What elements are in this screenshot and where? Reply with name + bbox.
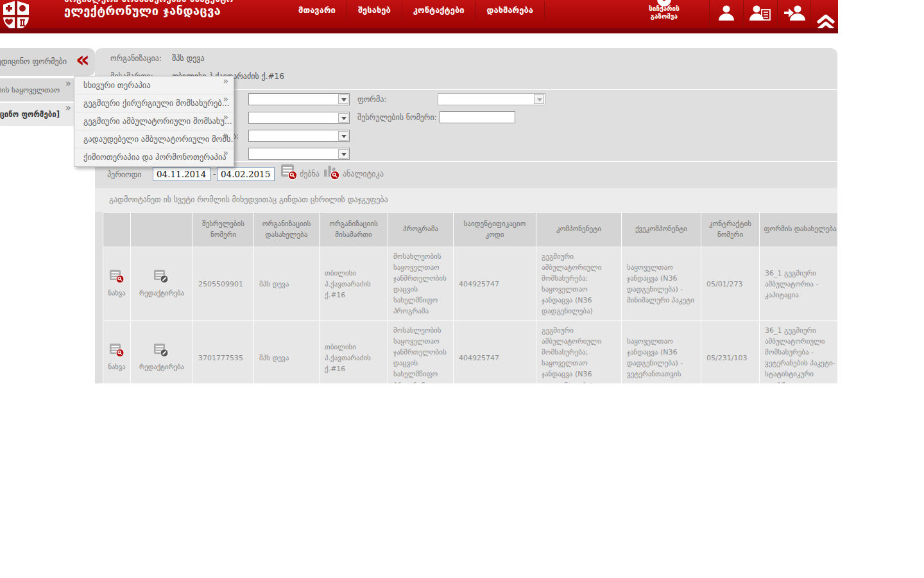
flyout-item-planned-ambulatory[interactable]: გეგმიური ამბულატორიული მომსახუ... » bbox=[74, 112, 234, 130]
cell-form: 36_1 გეგმიური ამბულატორია - კაპიტაცია bbox=[760, 247, 838, 321]
cell-contract: 05/01/273 bbox=[701, 247, 760, 321]
sidebar-header-label: სამედიცინო ფორმები bbox=[0, 57, 67, 66]
chevron-right-icon: » bbox=[223, 130, 228, 144]
cell-address: თბილისი პ.ქავთარაძის ქ.#16 bbox=[320, 247, 388, 321]
flyout-item-label: ქიმიოთერაპია და ჰორმონოთერაპია bbox=[83, 152, 227, 162]
chevron-right-icon: » bbox=[223, 76, 228, 90]
dropdown-arrow-icon[interactable] bbox=[338, 113, 348, 123]
col-program[interactable]: პროგრამა bbox=[388, 213, 454, 247]
cell-code: 404925747 bbox=[454, 321, 536, 383]
flyout-item-chemotherapy[interactable]: ქიმიოთერაპია და ჰორმონოთერაპია » bbox=[74, 148, 234, 166]
dropdown-arrow-icon[interactable] bbox=[338, 149, 348, 159]
chevron-right-icon: » bbox=[223, 148, 228, 162]
cell-component: გეგმიური ამბულატორიული მომსახურება; საყო… bbox=[536, 321, 622, 383]
doc-search-icon bbox=[109, 351, 125, 360]
table-row: ნახვა bbox=[103, 321, 838, 383]
app-title-line2: ელექტრონული ჯანდაცვა bbox=[64, 4, 234, 17]
col-org-address[interactable]: ორგანიზაციის მისამართი bbox=[320, 213, 388, 247]
speed-test-label-2: გაზომვა bbox=[635, 13, 693, 21]
flyout-item-emergency-ambulatory[interactable]: გადაუდებელი ამბულატორიული მომს... » bbox=[74, 130, 234, 148]
flyout-item-label: გადაუდებელი ამბულატორიული მომს... bbox=[83, 134, 234, 144]
sidebar-item-label: მოსახლეობის საყოველთაო bbox=[0, 85, 60, 94]
cell-code: 404925747 bbox=[454, 247, 536, 321]
col-id-code[interactable]: საიდენტიფიკაციო კოდი bbox=[454, 213, 536, 247]
flyout-item-label: გეგმიური ამბულატორიული მომსახუ... bbox=[83, 116, 232, 126]
cell-address: თბილისი პ.ქავთარაძის ქ.#16 bbox=[320, 321, 388, 383]
execution-number-label: შესრულების ნომერი: bbox=[357, 113, 437, 122]
col-form-name[interactable]: ფორმის დასახელება bbox=[760, 213, 838, 247]
user-profile-button[interactable] bbox=[709, 0, 743, 28]
view-label: ნახვა bbox=[108, 362, 125, 372]
nav-item-home[interactable]: მთავარი bbox=[287, 1, 346, 19]
dropdown-arrow-icon[interactable] bbox=[338, 131, 348, 141]
flyout-item-surgery[interactable]: გეგმიური ქირურგიული მომსახურებ... » bbox=[74, 94, 234, 112]
flyout-item-radiation[interactable]: სხივური თერაპია » bbox=[74, 76, 234, 94]
cell-program: მოსახლეობის საყოველთაო ჯანმრთელობის დაცვ… bbox=[388, 321, 454, 383]
cell-org: შპს დევა bbox=[254, 321, 320, 383]
date-to-input[interactable] bbox=[217, 167, 275, 181]
edit-label: რედაქტირება bbox=[139, 288, 184, 298]
doc-edit-icon bbox=[153, 351, 169, 360]
analytics-button[interactable]: ანალიტიკა bbox=[343, 170, 384, 179]
nav-item-help[interactable]: დახმარება bbox=[475, 1, 545, 19]
flyout-item-label: სხივური თერაპია bbox=[83, 80, 151, 90]
sidebar-header: სამედიცინო ფორმები « bbox=[0, 48, 95, 76]
search-docs-icon[interactable] bbox=[280, 164, 298, 183]
nav-item-contacts[interactable]: კონტაქტები bbox=[402, 1, 475, 19]
sidebar-item-universal[interactable]: მოსახლეობის საყოველთაო » bbox=[0, 78, 74, 101]
user-icon bbox=[717, 3, 736, 25]
col-subcomponent[interactable]: ქვეკომპონენტი bbox=[622, 213, 701, 247]
view-row-button[interactable]: ნახვა bbox=[108, 269, 125, 298]
user-list-icon bbox=[749, 3, 771, 25]
filter-select-1[interactable] bbox=[248, 93, 350, 105]
header-icon-group bbox=[709, 0, 811, 28]
organization-value: შპს დევა bbox=[172, 54, 205, 63]
doc-search-icon bbox=[109, 277, 125, 286]
doc-edit-icon bbox=[153, 277, 169, 286]
cell-number: 3701777535 bbox=[193, 321, 254, 383]
speed-test[interactable]: სიჩქარის გაზომვა bbox=[635, 0, 693, 15]
cell-form: 36_1 გეგმიური ამბულატორიული მომსახურება … bbox=[760, 321, 838, 383]
col-contract[interactable]: კონტრაქტის ნომერი bbox=[701, 213, 760, 247]
group-drop-zone[interactable]: გადმოიტანეთ ის სვეტი რომლის მიხედვითაც გ… bbox=[95, 188, 837, 212]
grid-header-row: შესრულების ნომერი ორგანიზაციის დასახელებ… bbox=[103, 213, 838, 247]
dropdown-arrow-icon[interactable] bbox=[534, 94, 544, 104]
analytics-icon[interactable] bbox=[323, 164, 340, 183]
cell-subcomponent: საყოველთაო ჯანდაცვა (N36 დადგენილება) - … bbox=[622, 321, 701, 383]
col-edit bbox=[131, 213, 193, 247]
date-from-input[interactable] bbox=[153, 167, 210, 181]
table-row: ნახვა bbox=[103, 247, 838, 321]
col-org-name[interactable]: ორგანიზაციის დასახელება bbox=[254, 213, 320, 247]
execution-number-input[interactable] bbox=[440, 111, 515, 123]
chevron-right-icon: » bbox=[223, 112, 228, 126]
view-label: ნახვა bbox=[108, 288, 125, 298]
sidebar-item-label: [სამედიცინო ფორმები] bbox=[0, 110, 60, 119]
cell-subcomponent: საყოველთაო ჯანდაცვა (N36 დადგენილება) - … bbox=[622, 247, 701, 321]
results-grid: შესრულების ნომერი ორგანიზაციის დასახელებ… bbox=[103, 212, 837, 383]
date-range-separator: - bbox=[213, 170, 216, 179]
page: სოციალური მომსახურების სააგენტო ელექტრონ… bbox=[0, 0, 924, 578]
sidebar-collapse-icon[interactable]: « bbox=[76, 48, 90, 73]
search-button[interactable]: ძებნა bbox=[300, 170, 320, 179]
col-component[interactable]: კომპონენეტი bbox=[536, 213, 622, 247]
edit-row-button[interactable]: რედაქტირება bbox=[139, 343, 184, 372]
user-records-button[interactable] bbox=[743, 0, 777, 28]
edit-label: რედაქტირება bbox=[139, 362, 184, 372]
dropdown-arrow-icon[interactable] bbox=[338, 94, 348, 104]
sidebar-item-forms[interactable]: [სამედიცინო ფორმები] » bbox=[0, 103, 74, 126]
chevron-right-icon: » bbox=[65, 103, 71, 114]
filter-select-2[interactable] bbox=[248, 112, 350, 124]
col-number[interactable]: შესრულების ნომერი bbox=[193, 213, 254, 247]
nav-item-about[interactable]: შესახებ bbox=[346, 1, 402, 19]
chevron-right-icon: » bbox=[223, 94, 228, 108]
cell-contract: 05/231/103 bbox=[701, 321, 760, 383]
view-row-button[interactable]: ნახვა bbox=[108, 343, 125, 372]
form-select[interactable] bbox=[438, 93, 545, 105]
app-header: სოციალური მომსახურების სააგენტო ელექტრონ… bbox=[0, 0, 838, 33]
main-nav: მთავარი შესახებ კონტაქტები დახმარება bbox=[287, 1, 545, 19]
login-button[interactable] bbox=[777, 0, 811, 28]
filter-select-3[interactable] bbox=[248, 130, 350, 142]
filter-select-4[interactable] bbox=[248, 148, 350, 160]
cell-number: 2505509901 bbox=[193, 247, 254, 321]
edit-row-button[interactable]: რედაქტირება bbox=[139, 269, 184, 298]
